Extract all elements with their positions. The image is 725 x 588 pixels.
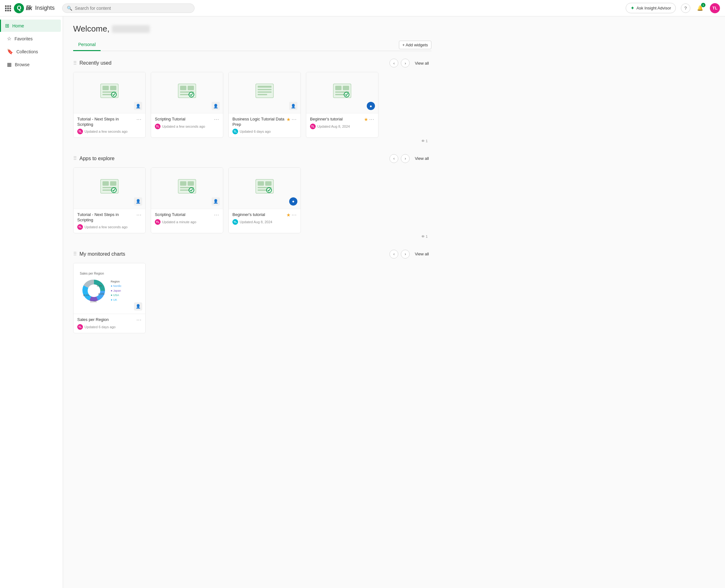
drag-handle-monitored[interactable]: ⠿ [73,251,77,257]
sidebar-item-favorites[interactable]: ☆ Favorites [2,33,61,45]
explore-card-1[interactable]: 👤 Tutorial - Next Steps in Scripting ···… [73,167,146,233]
more-options-button-1[interactable]: ··· [137,117,142,122]
card-title-1: Tutorial - Next Steps in Scripting [77,117,135,127]
recently-used-card-1[interactable]: 👤 Tutorial - Next Steps in Scripting ··· [73,72,146,138]
sidebar: ⊞ Home ☆ Favorites 🔖 Collections ▦ Brows… [0,16,63,588]
prev-button-apps[interactable]: ‹ [390,154,398,163]
search-bar[interactable]: 🔍 [62,3,194,13]
card-meta-3: TL Updated 6 days ago [232,129,297,134]
card-meta-1: TL Updated a few seconds ago [77,129,142,134]
explore-time-1: Updated a few seconds ago [84,225,127,229]
avatar[interactable]: TL [710,3,720,13]
next-button-monitored[interactable]: › [401,250,410,258]
explore-more-2[interactable]: ··· [214,212,219,218]
card-time-4: Updated Aug 8, 2024 [317,125,350,128]
prev-button-monitored[interactable]: ‹ [390,250,398,258]
notifications-badge: 1 [701,3,705,7]
svg-text:26.9%: 26.9% [83,294,89,296]
sidebar-item-label-collections: Collections [16,49,38,54]
help-button[interactable]: ? [681,3,690,13]
section-header-recently-used: ⠿ Recently used ‹ › View all [73,59,431,67]
recently-used-cards-grid: 👤 Tutorial - Next Steps in Scripting ··· [73,72,431,138]
card-thumbnail-3: 👤 [229,72,301,113]
monitored-chart-card-1[interactable]: Sales per Region [73,263,146,333]
card-actions-1: ··· [137,117,142,122]
sidebar-item-home[interactable]: ⊞ Home [0,20,61,32]
explore-star-3[interactable]: ★ [286,212,290,218]
ask-advisor-label: Ask Insight Advisor [636,6,671,10]
view-all-apps[interactable]: View all [412,155,431,162]
chart-more-button[interactable]: ··· [137,317,142,323]
explore-more-1[interactable]: ··· [137,212,142,218]
card-avatar-2: TL [155,124,161,129]
svg-rect-10 [180,94,189,95]
recently-used-card-4[interactable]: ● Beginner's tutorial ★ ··· [306,72,378,138]
apps-grid-icon[interactable] [5,5,11,11]
sidebar-item-collections[interactable]: 🔖 Collections [2,45,61,58]
tab-personal[interactable]: Personal [73,39,101,51]
explore-icon-2 [177,178,197,198]
svg-rect-4 [103,94,112,95]
eye-icon: 👁 [421,139,425,143]
sidebar-item-label-favorites: Favorites [15,36,33,41]
sidebar-item-label-browse: Browse [15,62,29,67]
card-meta-2: TL Updated a few seconds ago [155,124,219,129]
recently-used-card-3[interactable]: 👤 Business Logic Tutorial Data Prep ★ ··… [228,72,301,138]
notifications-button[interactable]: 🔔 1 [696,3,705,13]
next-button-recently-used[interactable]: › [401,59,410,67]
explore-info-3: Beginner's tutorial ★ ··· TL Updated Aug… [229,209,301,228]
browse-icon: ▦ [7,62,12,67]
chart-owner-badge: 👤 [134,302,142,311]
apps-views-count: 1 [426,235,428,238]
chart-viz: 3.3% 45.5% 11.3% 26.9% Region ● Nordic [80,276,139,305]
star-icon: ☆ [7,36,12,42]
section-apps-to-explore: ⠿ Apps to explore ‹ › View all [73,154,431,239]
explore-avatar-3: TL [232,219,238,225]
card-info-1: Tutorial - Next Steps in Scripting ··· T… [74,113,145,138]
explore-card-3[interactable]: ● Beginner's tutorial ★ ··· [228,167,301,233]
qlik-q-mark: Q [14,3,24,13]
content-inner: Welcome, Personal + Add widgets ⠿ Recent… [63,16,441,351]
card-time-3: Updated 6 days ago [240,130,271,133]
svg-rect-2 [110,86,116,90]
explore-title-1: Tutorial - Next Steps in Scripting [77,212,135,223]
card-meta-4: TL Updated Aug 8, 2024 [310,124,374,129]
card-actions-4: ★ ··· [364,117,374,122]
svg-rect-13 [257,86,271,88]
star-button-4[interactable]: ★ [364,117,368,122]
svg-rect-8 [188,86,194,90]
more-options-button-4[interactable]: ··· [369,117,374,122]
eye-icon-apps: 👁 [421,235,425,238]
next-button-apps[interactable]: › [401,154,410,163]
card-header-row-4: Beginner's tutorial ★ ··· [310,117,374,122]
top-bar-right: ✦ Ask Insight Advisor ? 🔔 1 TL [626,3,720,13]
svg-rect-14 [257,89,271,90]
explore-time-2: Updated a minute ago [162,220,196,224]
prev-button-recently-used[interactable]: ‹ [390,59,398,67]
ask-insight-advisor-button[interactable]: ✦ Ask Insight Advisor [626,3,676,13]
view-all-monitored[interactable]: View all [412,250,431,257]
app-container: Q lik Insights 🔍 ✦ Ask Insight Advisor ?… [0,0,725,588]
section-controls-monitored: ‹ › View all [390,250,431,258]
add-widgets-button[interactable]: + Add widgets [399,41,431,49]
section-recently-used: ⠿ Recently used ‹ › View all [73,59,431,144]
explore-title-3: Beginner's tutorial [232,212,285,217]
owner-badge-3: 👤 [289,102,297,110]
view-all-recently-used[interactable]: View all [412,60,431,67]
sidebar-item-browse[interactable]: ▦ Browse [2,58,61,71]
explore-more-3[interactable]: ··· [292,212,297,218]
section-header-monitored: ⠿ My monitored charts ‹ › View all [73,250,431,258]
search-input[interactable] [75,6,190,11]
drag-handle-recently-used[interactable]: ⠿ [73,60,77,66]
recently-used-card-2[interactable]: 👤 Scripting Tutorial ··· [151,72,223,138]
star-button-3[interactable]: ★ [286,117,290,122]
card-info-2: Scripting Tutorial ··· TL Updated a few … [151,113,223,132]
qlik-wordmark: lik [26,4,32,12]
explore-owner-badge-2: 👤 [212,197,220,206]
explore-card-2[interactable]: 👤 Scripting Tutorial ··· TL Updated a mi… [151,167,223,233]
more-options-button-2[interactable]: ··· [214,117,219,122]
drag-handle-apps[interactable]: ⠿ [73,155,77,162]
chart-region-label: Sales per Region [80,272,139,275]
svg-text:11.3%: 11.3% [90,300,97,303]
more-options-button-3[interactable]: ··· [292,117,297,122]
